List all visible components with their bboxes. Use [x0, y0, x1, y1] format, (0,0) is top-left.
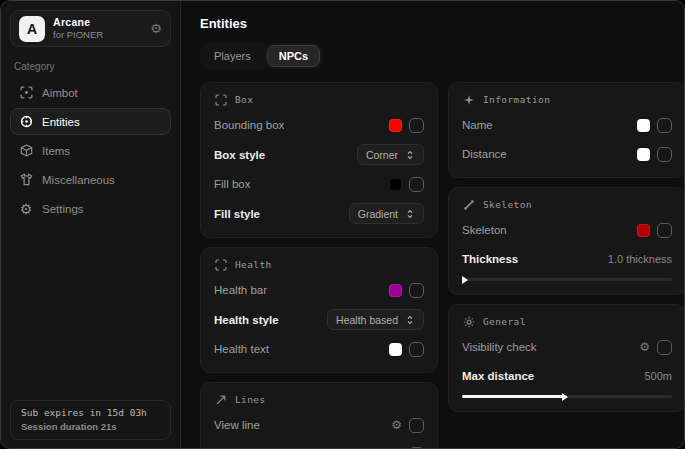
option-label: Bounding box: [214, 119, 284, 131]
health-style-dropdown[interactable]: Health based: [327, 309, 424, 330]
option-label: Distance: [462, 148, 507, 160]
option-label: Thickness: [462, 253, 518, 265]
sidebar-item-entities[interactable]: Entities: [10, 108, 171, 135]
checkbox[interactable]: [409, 418, 424, 433]
sun-icon: [462, 315, 475, 328]
option-row-max-distance: Max distance 500m: [462, 366, 672, 386]
entities-icon: [19, 115, 33, 129]
thickness-slider[interactable]: [462, 278, 672, 281]
option-label: Visibility check: [462, 341, 537, 353]
sidebar-item-settings[interactable]: ⚙ Settings: [10, 195, 171, 222]
gear-icon[interactable]: ⚙: [391, 419, 402, 431]
checkbox[interactable]: [657, 118, 672, 133]
thickness-value: 1.0 thickness: [608, 253, 672, 265]
card-title: General: [483, 316, 526, 327]
option-label: Box style: [214, 149, 265, 161]
bone-icon: [462, 198, 475, 211]
option-label: Name: [462, 119, 493, 131]
option-label: Health bar: [214, 284, 267, 296]
option-label: Fill style: [214, 208, 260, 220]
shirt-icon: [19, 173, 33, 187]
slider-thumb[interactable]: [462, 276, 468, 284]
brackets-icon: [214, 93, 227, 106]
gear-icon[interactable]: ⚙: [150, 21, 162, 36]
sidebar-item-label: Miscellaneous: [42, 174, 115, 186]
gear-icon[interactable]: ⚙: [639, 341, 650, 353]
card-box: Box Bounding box Box style Corner: [200, 82, 438, 238]
sidebar-nav: Aimbot Entities: [10, 79, 171, 222]
option-row-box-style: Box style Corner: [214, 144, 424, 165]
app-window: A Arcane for PIONER ⚙ Category Aimbot: [0, 0, 685, 449]
tab-players[interactable]: Players: [202, 45, 263, 67]
checkbox[interactable]: [409, 342, 424, 357]
app-meta: Arcane for PIONER: [53, 16, 150, 41]
sidebar-item-items[interactable]: Items: [10, 137, 171, 164]
color-swatch[interactable]: [389, 119, 402, 132]
dropdown-value: Health based: [336, 314, 398, 326]
sidebar: A Arcane for PIONER ⚙ Category Aimbot: [1, 1, 181, 448]
sidebar-item-aimbot[interactable]: Aimbot: [10, 79, 171, 106]
sidebar-item-label: Aimbot: [42, 87, 78, 99]
card-skeleton: Skeleton Skeleton Thickness 1.0 thicknes…: [448, 187, 685, 295]
dropdown-value: Corner: [366, 149, 398, 161]
option-row-name: Name: [462, 115, 672, 135]
max-distance-slider[interactable]: [462, 395, 672, 398]
option-label: Skeleton: [462, 224, 507, 236]
checkbox[interactable]: [657, 147, 672, 162]
tab-npcs[interactable]: NPCs: [267, 45, 320, 67]
sidebar-item-miscellaneous[interactable]: Miscellaneous: [10, 166, 171, 193]
max-distance-value: 500m: [644, 370, 672, 382]
app-name: Arcane: [53, 16, 150, 29]
color-swatch[interactable]: [389, 343, 402, 356]
checkbox[interactable]: [409, 283, 424, 298]
color-swatch[interactable]: [637, 224, 650, 237]
option-row-visibility-check: Visibility check ⚙: [462, 337, 672, 357]
card-title: Box: [235, 94, 253, 105]
sidebar-item-label: Entities: [42, 116, 80, 128]
option-label: Fill box: [214, 178, 250, 190]
subscription-card: Sub expires in 15d 03h Session duration …: [10, 400, 171, 440]
fill-style-dropdown[interactable]: Gradient: [349, 203, 424, 224]
slider-thumb[interactable]: [562, 393, 568, 401]
crosshair-icon: [19, 86, 33, 100]
card-title: Lines: [235, 394, 266, 405]
sidebar-item-label: Settings: [42, 203, 84, 215]
app-subtitle: for PIONER: [53, 29, 150, 41]
unfold-icon: [405, 209, 415, 219]
card-information: Information Name Distance: [448, 82, 685, 178]
diagonal-line-icon: [214, 393, 227, 406]
option-label: Health text: [214, 343, 269, 355]
option-row-skeleton: Skeleton: [462, 220, 672, 240]
tab-bar: Players NPCs: [200, 43, 322, 69]
option-row-distance: Distance: [462, 144, 672, 164]
option-row-line-to-enemy: Line to enemy ⚙: [214, 444, 424, 449]
box-style-dropdown[interactable]: Corner: [357, 144, 424, 165]
option-row-health-text: Health text: [214, 339, 424, 359]
sparkle-icon: [462, 93, 475, 106]
option-row-fill-style: Fill style Gradient: [214, 203, 424, 224]
checkbox[interactable]: [657, 340, 672, 355]
card-health: Health Health bar Health style Health ba…: [200, 247, 438, 373]
app-header-card: A Arcane for PIONER ⚙: [10, 10, 171, 47]
page-title: Entities: [200, 16, 685, 31]
sub-expiry-text: Sub expires in 15d 03h: [21, 407, 160, 418]
app-logo: A: [19, 16, 45, 42]
package-icon: [19, 144, 33, 158]
checkbox[interactable]: [409, 177, 424, 192]
checkbox[interactable]: [409, 118, 424, 133]
color-swatch[interactable]: [389, 284, 402, 297]
option-row-health-bar: Health bar: [214, 280, 424, 300]
main-panel: Entities Players NPCs Box: [181, 1, 685, 448]
option-label: Max distance: [462, 370, 534, 382]
unfold-icon: [405, 315, 415, 325]
card-title: Information: [483, 94, 550, 105]
settings-gear-icon: ⚙: [19, 202, 33, 216]
option-row-fill-box: Fill box: [214, 174, 424, 194]
color-swatch[interactable]: [389, 178, 402, 191]
color-swatch[interactable]: [637, 148, 650, 161]
checkbox[interactable]: [657, 223, 672, 238]
option-row-thickness: Thickness 1.0 thickness: [462, 249, 672, 269]
brackets-icon: [214, 258, 227, 271]
unfold-icon: [405, 150, 415, 160]
color-swatch[interactable]: [637, 119, 650, 132]
